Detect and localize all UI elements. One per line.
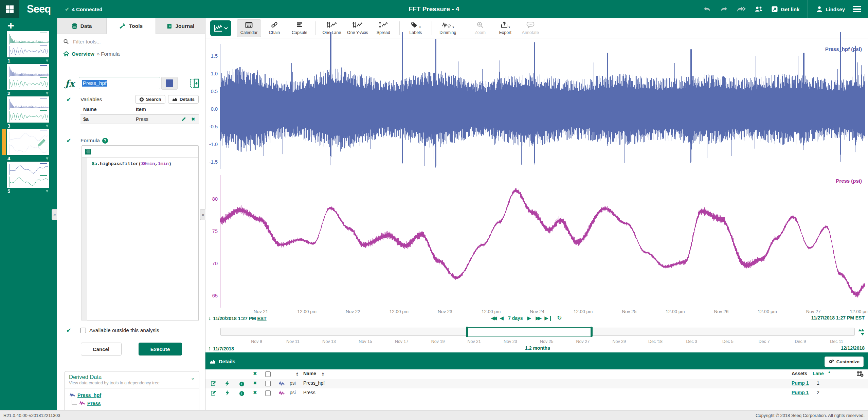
remove-variable-icon[interactable]: ✖ <box>191 116 195 122</box>
formula-icon: ƒx <box>65 78 75 89</box>
overview-selection[interactable] <box>466 327 593 336</box>
undo-button[interactable] <box>703 6 711 13</box>
derived-data-item: Press_hpf <box>70 391 195 399</box>
worksheet-menu-chevron[interactable]: ▼ <box>45 188 49 194</box>
variables-details-button[interactable]: Details <box>168 95 199 104</box>
app-grid-button[interactable] <box>0 0 19 18</box>
step-back-fast-button[interactable]: ◀◀ <box>491 315 495 321</box>
overview-end[interactable]: 12/12/2018 <box>841 345 865 351</box>
remove-item-icon[interactable]: ✖ <box>253 390 257 395</box>
edit-item-icon[interactable] <box>211 381 216 387</box>
user-menu[interactable]: Lindsey <box>816 6 845 13</box>
chevron-down-icon <box>224 27 228 30</box>
main-menu-button[interactable] <box>853 6 861 13</box>
filter-tools-input[interactable] <box>72 38 199 45</box>
sort-icon[interactable]: ▲▼ <box>296 372 299 377</box>
details-table-header: ✖ ▲▼ Name ▲▼ Assets Lane ▲ <box>205 369 868 379</box>
item-asset[interactable]: Pump 1 <box>792 380 809 386</box>
item-asset[interactable]: Pump 1 <box>792 390 809 395</box>
format-lines-icon[interactable] <box>85 148 91 155</box>
formula-code[interactable]: $a.highpassfilter(30min,1min) <box>87 158 171 321</box>
refresh-button[interactable]: ↻ <box>557 314 562 322</box>
redo-button[interactable] <box>720 6 728 13</box>
worksheet-thumbnail[interactable]: 3▼ <box>7 96 51 129</box>
info-icon[interactable]: i <box>239 390 244 396</box>
select-all-checkbox[interactable] <box>265 371 271 377</box>
item-properties-icon[interactable] <box>225 381 230 387</box>
info-icon[interactable]: i <box>239 381 244 386</box>
edit-variable-icon[interactable] <box>181 116 186 122</box>
details-col-lane[interactable]: Lane <box>813 371 824 376</box>
formula-name-input[interactable]: Press_hpf <box>79 77 160 89</box>
formula-editor[interactable]: $a.highpassfilter(30min,1min) <box>82 145 199 321</box>
variables-search-button[interactable]: Search <box>135 95 165 104</box>
sort-icon[interactable]: ▲▼ <box>322 372 324 377</box>
tab-journal[interactable]: Journal <box>156 18 205 34</box>
step-forward-button[interactable]: ▶ <box>527 315 531 321</box>
derived-data-title: Derived Data <box>69 374 195 380</box>
step-forward-fast-button[interactable]: ▶▶ <box>536 315 540 321</box>
worksheet-thumbnail[interactable]: 1▼ <box>7 31 51 63</box>
get-link-button[interactable]: Get link <box>771 6 799 13</box>
top-bar: Seeq ✔ 4 Connected FFT Pressure - 4 <box>0 0 868 18</box>
capsule-icon <box>296 21 303 29</box>
edit-item-icon[interactable] <box>211 390 216 397</box>
seeq-logo: Seeq <box>27 3 51 15</box>
wrench-icon <box>120 23 126 29</box>
tab-tools[interactable]: Tools <box>106 18 156 34</box>
available-checkbox[interactable] <box>80 328 86 333</box>
item-name[interactable]: Press <box>303 390 315 395</box>
user-name-label: Lindsey <box>826 6 845 12</box>
derived-data-link[interactable]: Press <box>87 401 101 406</box>
details-col-name[interactable]: Name <box>303 371 316 376</box>
remove-all-icon[interactable]: ✖ <box>253 371 257 376</box>
select-item-checkbox[interactable] <box>265 381 271 386</box>
derived-data-link[interactable]: Press_hpf <box>77 392 101 398</box>
worksheet-preview[interactable] <box>7 162 49 188</box>
press-signal-chart[interactable] <box>220 175 865 309</box>
connection-status[interactable]: ✔ 4 Connected <box>65 6 102 13</box>
worksheet-thumbnail[interactable]: 2▼ <box>7 64 51 96</box>
add-worksheet-button[interactable]: + <box>7 19 14 32</box>
collapse-worksheets-handle[interactable]: « <box>52 209 57 220</box>
worksheet-thumbnail[interactable]: 5▼ <box>7 162 51 194</box>
range-duration[interactable]: 7 days <box>508 315 523 321</box>
range-end[interactable]: 11/27/2018 1:27 PM EST <box>811 315 865 321</box>
add-column-icon[interactable] <box>857 370 864 377</box>
overview-start[interactable]: ↑ 11/7/2018 <box>208 345 234 352</box>
users-button[interactable] <box>754 6 763 12</box>
step-to-end-button[interactable]: ▶❙ <box>544 315 553 321</box>
worksheet-preview[interactable] <box>7 129 49 155</box>
worksheet-preview[interactable] <box>7 64 49 90</box>
overview-timeline-track[interactable] <box>220 328 855 336</box>
worksheet-preview[interactable] <box>7 96 49 123</box>
filter-tools-search[interactable] <box>57 34 205 49</box>
cancel-button[interactable]: Cancel <box>81 343 122 355</box>
press-hpf-signal-chart[interactable] <box>220 32 865 170</box>
item-name[interactable]: Press_hpf <box>303 380 325 386</box>
details-col-assets[interactable]: Assets <box>792 371 807 376</box>
expand-range-icon[interactable] <box>857 328 866 336</box>
remove-item-icon[interactable]: ✖ <box>253 380 257 386</box>
worksheet-thumbnail[interactable]: 4▼ <box>7 129 51 161</box>
worksheet-preview[interactable] <box>7 31 49 57</box>
item-properties-icon[interactable] <box>225 390 230 397</box>
select-item-checkbox[interactable] <box>265 390 271 396</box>
collapse-tools-handle[interactable]: « <box>200 209 205 220</box>
overview-duration[interactable]: 1.2 months <box>525 345 550 351</box>
derived-collapse-chevron[interactable]: ⌄ <box>191 375 195 381</box>
worksheet-menu-chevron[interactable]: ▼ <box>45 156 49 161</box>
color-swatch-button[interactable] <box>161 77 178 90</box>
tab-data[interactable]: Data <box>57 18 106 34</box>
customize-button[interactable]: Customize <box>825 357 864 367</box>
step-back-button[interactable]: ◀ <box>500 315 504 321</box>
redo-all-button[interactable] <box>736 6 746 13</box>
worksheet-menu-chevron[interactable]: ▼ <box>45 123 49 128</box>
breadcrumb-overview-link[interactable]: Overview <box>72 51 94 57</box>
move-to-journal-button[interactable] <box>190 78 199 88</box>
execute-button[interactable]: Execute <box>139 343 182 355</box>
formula-help-icon[interactable]: ? <box>102 138 108 144</box>
worksheet-menu-chevron[interactable]: ▼ <box>45 91 49 96</box>
range-start[interactable]: ↓ 11/20/2018 1:27 PM EST <box>208 315 267 322</box>
worksheet-menu-chevron[interactable]: ▼ <box>45 58 49 63</box>
